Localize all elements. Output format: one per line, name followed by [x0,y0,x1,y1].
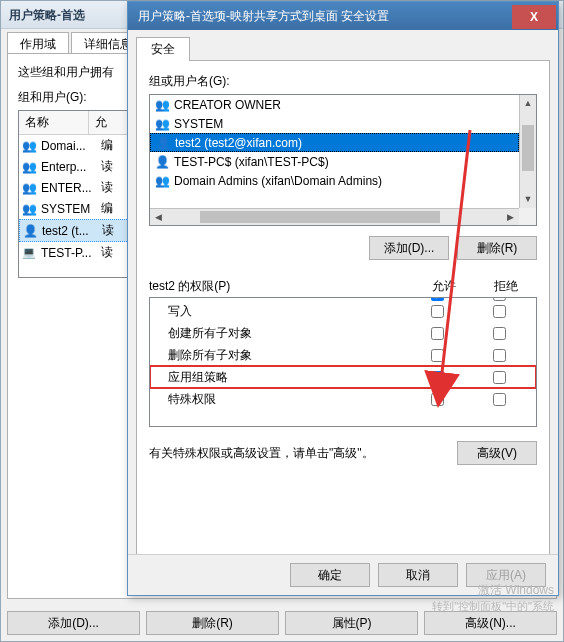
col-deny: 拒绝 [475,278,537,295]
list-item[interactable]: test2 (test2@xifan.com) [150,133,519,152]
item-label: CREATOR OWNER [174,98,281,112]
permission-name: 特殊权限 [156,391,406,408]
item-label: Enterp... [41,160,97,174]
col-allow: 允许 [413,278,475,295]
item-label: test2 (t... [42,224,98,238]
deny-checkbox[interactable] [493,297,506,301]
security-dialog: 用户策略-首选项-映射共享方式到桌面 安全设置 X 安全 组或用户名(G): C… [127,1,559,596]
scroll-thumb-v[interactable] [522,125,534,171]
permission-name: 写入 [156,303,406,320]
group-icon [21,159,37,175]
group-icon [21,180,37,196]
permission-name: 删除所有子对象 [156,347,406,364]
parent-add-button[interactable]: 添加(D)... [7,611,140,635]
deny-checkbox[interactable] [493,349,506,362]
item-perm: 编 [101,200,113,217]
allow-checkbox[interactable] [431,327,444,340]
item-label: test2 (test2@xifan.com) [175,136,302,150]
item-label: TEST-PC$ (xifan\TEST-PC$) [174,155,329,169]
group-icon [21,201,37,217]
col-name[interactable]: 名称 [19,111,89,134]
permission-name: 创建所有子对象 [156,325,406,342]
parent-adv-button[interactable]: 高级(N)... [424,611,557,635]
advanced-text: 有关特殊权限或高级设置，请单击"高级"。 [149,445,447,462]
permission-row: 特殊权限 [150,388,536,410]
scroll-left-icon[interactable]: ◀ [150,209,167,225]
advanced-button[interactable]: 高级(V) [457,441,537,465]
dialog-body: 组或用户名(G): CREATOR OWNER SYSTEM test2 (te… [136,60,550,562]
deny-checkbox[interactable] [493,305,506,318]
ok-button[interactable]: 确定 [290,563,370,587]
item-perm: 读 [101,158,113,175]
permissions-header: test2 的权限(P) [149,278,413,295]
allow-checkbox[interactable] [431,371,444,384]
apply-button[interactable]: 应用(A) [466,563,546,587]
deny-checkbox[interactable] [493,327,506,340]
allow-checkbox[interactable] [431,297,444,301]
tab-security[interactable]: 安全 [136,37,190,61]
group-icon [154,97,170,113]
group-icon [154,116,170,132]
add-button[interactable]: 添加(D)... [369,236,449,260]
deny-checkbox[interactable] [493,393,506,406]
list-item[interactable]: SYSTEM [150,114,519,133]
deny-checkbox[interactable] [493,371,506,384]
parent-tabs: 作用域 详细信息 [7,31,147,55]
item-label: TEST-P... [41,246,97,260]
item-perm: 读 [102,222,114,239]
remove-button[interactable]: 删除(R) [457,236,537,260]
dialog-title: 用户策略-首选项-映射共享方式到桌面 安全设置 [128,8,399,25]
user-icon [22,223,38,239]
user-icon [155,135,171,151]
item-label: Domai... [41,139,97,153]
scroll-thumb-h[interactable] [200,211,440,223]
scroll-up-icon[interactable]: ▲ [520,95,536,112]
permission-row: 写入 [150,300,536,322]
permission-row: 创建所有子对象 [150,322,536,344]
item-label: ENTER... [41,181,97,195]
allow-checkbox[interactable] [431,393,444,406]
horizontal-scrollbar[interactable]: ◀ ▶ [150,208,519,225]
permissions-list: 写入 创建所有子对象 删除所有子对象 应用组策略 特殊权限 [149,297,537,427]
scroll-down-icon[interactable]: ▼ [520,191,536,208]
computer-icon [21,245,37,261]
dialog-buttons: 确定 取消 应用(A) [128,554,558,595]
list-item[interactable]: CREATOR OWNER [150,95,519,114]
item-perm: 读 [101,244,113,261]
scroll-right-icon[interactable]: ▶ [502,209,519,225]
parent-bottom-buttons: 添加(D)... 删除(R) 属性(P) 高级(N)... [7,611,557,635]
item-label: SYSTEM [41,202,97,216]
list-item[interactable]: Domain Admins (xifan\Domain Admins) [150,171,519,190]
vertical-scrollbar[interactable]: ▲ ▼ [519,95,536,208]
item-perm: 读 [101,179,113,196]
group-users-label: 组或用户名(G): [149,73,537,90]
allow-checkbox[interactable] [431,305,444,318]
dialog-titlebar: 用户策略-首选项-映射共享方式到桌面 安全设置 X [128,2,558,30]
allow-checkbox[interactable] [431,349,444,362]
item-perm: 编 [101,137,113,154]
item-label: Domain Admins (xifan\Domain Admins) [174,174,382,188]
permission-row: 应用组策略 [150,366,536,388]
group-icon [21,138,37,154]
permission-name: 应用组策略 [156,369,406,386]
user-icon [154,154,170,170]
parent-remove-button[interactable]: 删除(R) [146,611,279,635]
group-icon [154,173,170,189]
close-button[interactable]: X [512,5,556,29]
parent-props-button[interactable]: 属性(P) [285,611,418,635]
permission-row: 删除所有子对象 [150,344,536,366]
cancel-button[interactable]: 取消 [378,563,458,587]
item-label: SYSTEM [174,117,223,131]
principals-list[interactable]: CREATOR OWNER SYSTEM test2 (test2@xifan.… [149,94,537,226]
list-item[interactable]: TEST-PC$ (xifan\TEST-PC$) [150,152,519,171]
scrollbar-corner [519,208,536,225]
